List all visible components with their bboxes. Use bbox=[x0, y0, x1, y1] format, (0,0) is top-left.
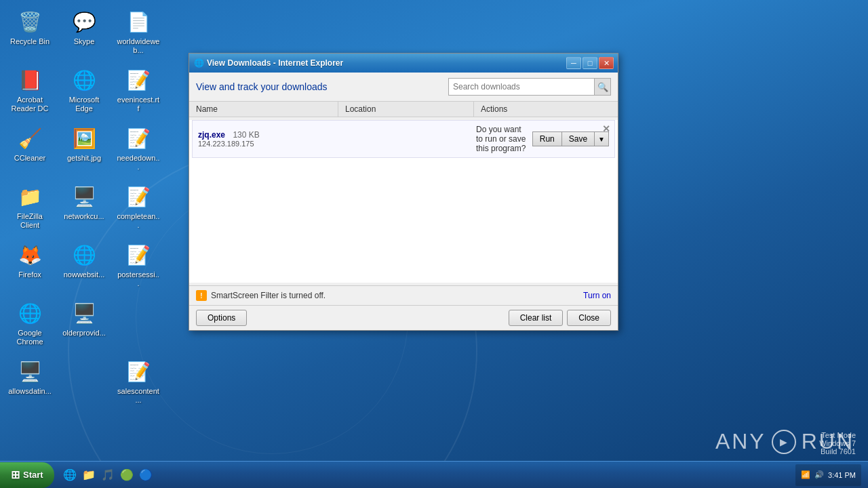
allowsdating-icon: 🖥️ bbox=[16, 358, 43, 385]
anyrun-play-icon: ▶ bbox=[772, 430, 796, 454]
postersession-label: postersessi... bbox=[117, 270, 160, 288]
smartscreen-warning-icon: ! bbox=[196, 290, 207, 301]
allowsdating-label: allowsdatin... bbox=[8, 387, 52, 396]
desktop-icon-completean[interactable]: 📝 completean... bbox=[114, 180, 163, 236]
desktop: 🗑️ Recycle Bin 💬 Skype 📄 worldwideweb...… bbox=[0, 0, 868, 488]
turn-on-link[interactable]: Turn on bbox=[583, 291, 611, 300]
run-button[interactable]: Run bbox=[532, 131, 561, 146]
edge-icon: 🌐 bbox=[71, 66, 98, 94]
taskbar-chrome-icon[interactable]: 🟢 bbox=[119, 468, 134, 483]
anyrun-text-run: RUN bbox=[802, 429, 854, 454]
desktop-icon-acrobat[interactable]: 📕 Acrobat Reader DC bbox=[5, 64, 54, 119]
smartscreen-text: SmartScreen Filter is turned off. bbox=[211, 291, 326, 300]
networkcu-icon: 🖥️ bbox=[71, 183, 98, 210]
desktop-icon-olderprovid[interactable]: 🖥️ olderprovid... bbox=[60, 297, 108, 352]
postersession-icon: 📝 bbox=[125, 241, 152, 268]
desktop-icon-recycle-bin[interactable]: 🗑️ Recycle Bin bbox=[5, 5, 54, 61]
taskbar-ie-icon[interactable]: 🌐 bbox=[62, 468, 77, 483]
desktop-icon-filezilla[interactable]: 📁 FileZilla Client bbox=[5, 180, 54, 236]
recycle-bin-label: Recycle Bin bbox=[10, 37, 50, 46]
olderprovid-icon: 🖥️ bbox=[71, 300, 98, 327]
neededown-icon: 📝 bbox=[125, 125, 152, 152]
worldwideweb-label: worldwideweb... bbox=[117, 37, 160, 55]
worldwideweb-icon: 📄 bbox=[125, 8, 152, 35]
system-tray: 📶 🔊 3:41 PM bbox=[795, 464, 861, 486]
desktop-icon-ccleaner[interactable]: 🧹 CCleaner bbox=[5, 122, 54, 178]
item-close-button[interactable]: ✕ bbox=[602, 123, 610, 134]
desktop-icon-skype[interactable]: 💬 Skype bbox=[60, 5, 108, 61]
downloads-list: zjq.exe 130 KB 124.223.189.175 Do you wa… bbox=[189, 120, 618, 283]
evenincest-icon: 📝 bbox=[125, 66, 152, 94]
download-filesize: 130 KB bbox=[233, 130, 259, 140]
salescontent-icon: 📝 bbox=[125, 358, 152, 385]
tray-time: 3:41 PM bbox=[828, 471, 856, 479]
clear-list-button[interactable]: Clear list bbox=[509, 310, 564, 326]
desktop-icon-evenincest[interactable]: 📝 evenincest.rtf bbox=[114, 64, 163, 119]
search-button[interactable]: 🔍 bbox=[594, 79, 610, 95]
desktop-icon-worldwideweb[interactable]: 📄 worldwideweb... bbox=[114, 5, 163, 61]
search-input[interactable] bbox=[449, 80, 594, 94]
start-button[interactable]: ⊞ Start bbox=[0, 462, 54, 488]
options-button[interactable]: Options bbox=[196, 310, 247, 326]
ccleaner-label: CCleaner bbox=[14, 154, 45, 163]
taskbar-media-icon[interactable]: 🎵 bbox=[100, 468, 115, 483]
desktop-icon-allowsdating[interactable]: 🖥️ allowsdatin... bbox=[5, 355, 54, 411]
desktop-icon-chrome[interactable]: 🌐 Google Chrome bbox=[5, 297, 54, 352]
taskbar-ie2-icon[interactable]: 🔵 bbox=[138, 468, 153, 483]
download-filename: zjq.exe bbox=[198, 130, 225, 140]
desktop-icon-edge[interactable]: 🌐 Microsoft Edge bbox=[60, 64, 108, 119]
download-source: 124.223.189.175 bbox=[198, 140, 340, 148]
save-button[interactable]: Save bbox=[561, 131, 595, 146]
olderprovid-label: olderprovid... bbox=[62, 329, 106, 338]
salescontent-label: salescontent... bbox=[117, 387, 160, 405]
nowwebsite-label: nowwebsit... bbox=[64, 270, 105, 279]
desktop-icon-salescontent[interactable]: 📝 salescontent... bbox=[114, 355, 163, 411]
desktop-icon-firefox[interactable]: 🦊 Firefox bbox=[5, 239, 54, 294]
taskbar: ⊞ Start 🌐 📁 🎵 🟢 🔵 📶 🔊 3:41 PM bbox=[0, 461, 868, 488]
action-buttons: Run Save ▼ bbox=[532, 131, 609, 146]
anyrun-text-any: ANY bbox=[715, 429, 766, 454]
skype-icon: 💬 bbox=[71, 8, 98, 35]
close-window-button[interactable]: ✕ bbox=[599, 57, 614, 69]
smartscreen-bar: ! SmartScreen Filter is turned off. Turn… bbox=[189, 285, 618, 305]
windows-logo-icon: ⊞ bbox=[11, 468, 20, 481]
column-name: Name bbox=[189, 102, 338, 117]
minimize-button[interactable]: ─ bbox=[566, 57, 581, 69]
desktop-icon-networkcu[interactable]: 🖥️ networkcu... bbox=[60, 180, 108, 236]
neededown-label: neededown... bbox=[117, 154, 160, 171]
taskbar-explorer-icon[interactable]: 📁 bbox=[81, 468, 96, 483]
close-button[interactable]: Close bbox=[567, 310, 611, 326]
chrome-icon: 🌐 bbox=[16, 300, 43, 327]
nowwebsite-icon: 🌐 bbox=[71, 241, 98, 268]
firefox-icon: 🦊 bbox=[16, 241, 43, 268]
desktop-icon-neededown[interactable]: 📝 neededown... bbox=[114, 122, 163, 178]
download-item-name-col: zjq.exe 130 KB 124.223.189.175 bbox=[198, 130, 340, 148]
recycle-bin-icon: 🗑️ bbox=[16, 8, 43, 35]
desktop-icon-nowwebsite[interactable]: 🌐 nowwebsit... bbox=[60, 239, 108, 294]
desktop-icon-postersession[interactable]: 📝 postersessi... bbox=[114, 239, 163, 294]
anyrun-watermark: ANY ▶ RUN bbox=[715, 429, 854, 454]
filezilla-label: FileZilla Client bbox=[8, 212, 52, 230]
ccleaner-icon: 🧹 bbox=[16, 125, 43, 152]
completean-icon: 📝 bbox=[125, 183, 152, 210]
footer-right-buttons: Clear list Close bbox=[509, 310, 611, 326]
maximize-button[interactable]: □ bbox=[583, 57, 597, 69]
networkcu-label: networkcu... bbox=[64, 212, 104, 221]
column-actions: Actions bbox=[474, 102, 618, 117]
window-titlebar: 🌐 View Downloads - Internet Explorer ─ □… bbox=[189, 54, 618, 73]
download-item-actions-col: Do you want to run or save this program?… bbox=[476, 125, 609, 153]
desktop-icon-getshit[interactable]: 🖼️ getshit.jpg bbox=[60, 122, 108, 178]
window-ie-icon: 🌐 bbox=[193, 58, 204, 68]
window-controls: ─ □ ✕ bbox=[566, 57, 614, 69]
header-title: View and track your downloads bbox=[196, 81, 328, 92]
acrobat-label: Acrobat Reader DC bbox=[8, 96, 52, 113]
window-footer: Options Clear list Close bbox=[189, 305, 618, 330]
skype-label: Skype bbox=[74, 37, 95, 46]
getshit-icon: 🖼️ bbox=[71, 125, 98, 152]
empty-downloads-area bbox=[189, 161, 618, 283]
tray-volume-icon: 🔊 bbox=[814, 470, 824, 479]
edge-label: Microsoft Edge bbox=[62, 96, 106, 113]
taskbar-quick-launch: 🌐 📁 🎵 🟢 🔵 bbox=[58, 468, 157, 483]
search-box: 🔍 bbox=[448, 78, 611, 96]
smartscreen-status: ! SmartScreen Filter is turned off. bbox=[196, 290, 326, 301]
